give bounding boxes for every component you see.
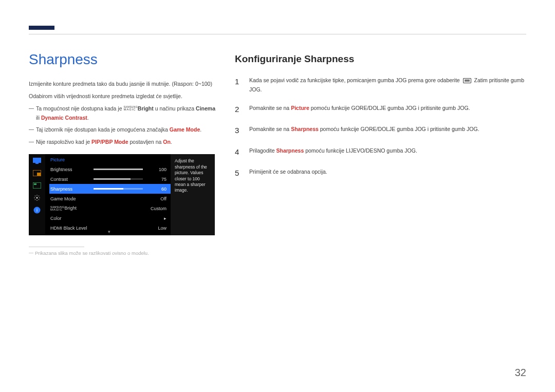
osd-row-sharpness: Sharpness60 xyxy=(49,184,171,194)
step-num-2: 2 xyxy=(235,103,242,116)
intro-line-1: Izmijenite konture predmeta tako da budu… xyxy=(29,79,216,88)
subsection-title: Konfiguriranje Sharpness xyxy=(235,53,526,65)
osd-label: Contrast xyxy=(50,177,94,182)
step-3: 3 Pomaknite se na Sharpness pomoću funkc… xyxy=(235,124,526,137)
steps-list: 1 Kada se pojavi vodič za funkcijske tip… xyxy=(235,75,526,180)
svg-rect-0 xyxy=(33,158,41,163)
info-tab-icon: i xyxy=(33,207,41,214)
step-4: 4 Prilagodite Sharpness pomoću funkcije … xyxy=(235,145,526,159)
osd-value: 75 xyxy=(149,177,166,182)
settings-tab-icon xyxy=(33,194,41,201)
svg-rect-1 xyxy=(35,163,39,164)
note-3-text-a: Nije raspoloživo kad je xyxy=(36,139,91,145)
pip-tab-icon xyxy=(33,170,41,177)
note-3: Nije raspoloživo kad je PIP/PBP Mode pos… xyxy=(29,138,216,147)
step-num-5: 5 xyxy=(235,166,242,180)
step-4-a: Prilagodite xyxy=(249,147,276,154)
osd-row-magicbright: SAMSUNGMAGICBrightCustom xyxy=(49,203,171,213)
step-2-c: pomoću funkcije GORE/DOLJE gumba JOG i p… xyxy=(309,105,470,111)
note-3-on: On xyxy=(163,139,171,145)
note-2: Taj izbornik nije dostupan kada je omogu… xyxy=(29,125,216,135)
osd-main: Picture Brightness100Contrast75Sharpness… xyxy=(45,154,171,235)
step-3-c: pomoću funkcije GORE/DOLJE gumba JOG i p… xyxy=(319,126,479,132)
step-1: 1 Kada se pojavi vodič za funkcijske tip… xyxy=(235,75,526,95)
step-2: 2 Pomaknite se na Picture pomoću funkcij… xyxy=(235,103,526,116)
osd-slider xyxy=(94,169,143,170)
header-rule xyxy=(29,34,526,34)
osd-value: Off xyxy=(149,196,166,201)
step-5: 5 Primijenit će se odabrana opcija. xyxy=(235,166,526,180)
note-1-text-c: u načinu prikaza xyxy=(154,105,196,111)
osd-row-brightness: Brightness100 xyxy=(49,164,171,174)
onscreen-tab-icon xyxy=(33,182,41,189)
right-column: Konfiguriranje Sharpness 1 Kada se pojav… xyxy=(235,51,526,256)
osd-label: Brightness xyxy=(50,167,94,172)
osd-row-game-mode: Game ModeOff xyxy=(49,194,171,203)
note-2-text-a: Taj izbornik nije dostupan kada je omogu… xyxy=(36,126,170,133)
step-3-text: Pomaknite se na Sharpness pomoću funkcij… xyxy=(249,124,526,137)
page-number: 32 xyxy=(515,367,526,379)
step-1-text: Kada se pojavi vodič za funkcijske tipke… xyxy=(249,75,526,95)
svg-text:i: i xyxy=(36,208,38,213)
step-4-c: pomoću funkcije LIJEVO/DESNO gumba JOG. xyxy=(304,147,417,154)
note-3-text-c: postavljen na xyxy=(128,139,163,145)
osd-label: Game Mode xyxy=(50,196,94,201)
osd-sidebar: i xyxy=(29,154,45,235)
footnote-rule xyxy=(29,247,84,247)
osd-title: Picture xyxy=(49,157,171,162)
note-2-gamemode: Game Mode xyxy=(170,126,200,133)
osd-label: Sharpness xyxy=(50,186,94,192)
osd-value: ▸ xyxy=(149,216,166,221)
step-5-text: Primijenit će se odabrana opcija. xyxy=(249,166,526,180)
note-3-pip: PIP/PBP Mode xyxy=(91,139,128,145)
step-2-a: Pomaknite se na xyxy=(249,105,291,111)
osd-value: Low xyxy=(149,226,166,231)
note-1: Ta mogućnost nije dostupna kada je SAMSU… xyxy=(29,104,216,123)
step-2-picture: Picture xyxy=(291,105,309,111)
step-2-text: Pomaknite se na Picture pomoću funkcije … xyxy=(249,103,526,116)
step-num-1: 1 xyxy=(235,75,242,95)
note-list: Ta mogućnost nije dostupna kada je SAMSU… xyxy=(29,104,216,147)
note-2-text-c: . xyxy=(200,126,201,133)
header-accent-bar xyxy=(29,26,54,30)
osd-label: SAMSUNGMAGICBright xyxy=(50,206,94,211)
step-3-sharpness: Sharpness xyxy=(291,126,319,132)
note-1-text-e: ili xyxy=(36,115,41,121)
osd-value: 100 xyxy=(149,167,166,172)
page-content: Sharpness Izmijenite konture predmeta ta… xyxy=(29,51,526,256)
step-3-a: Pomaknite se na xyxy=(249,126,291,132)
svg-rect-4 xyxy=(33,182,41,189)
magic-bot: MAGIC xyxy=(123,108,137,111)
step-1-a: Kada se pojavi vodič za funkcijske tipke… xyxy=(249,77,461,83)
menu-icon xyxy=(463,78,471,83)
osd-row-contrast: Contrast75 xyxy=(49,174,171,184)
osd-value: 60 xyxy=(149,186,166,192)
intro-block: Izmijenite konture predmeta tako da budu… xyxy=(29,79,216,147)
step-num-3: 3 xyxy=(235,124,242,137)
osd-value: Custom xyxy=(149,206,166,211)
svg-point-6 xyxy=(36,197,38,199)
osd-screenshot: i Picture Brightness100Contrast75Sharpne… xyxy=(29,154,215,235)
magic-logo: SAMSUNGMAGIC xyxy=(123,106,137,111)
svg-rect-5 xyxy=(34,183,36,185)
osd-scroll-down-icon: ▾ xyxy=(108,229,110,234)
note-1-bright: Bright xyxy=(138,105,154,111)
osd-label: HDMI Black Level xyxy=(50,226,94,231)
note-3-text-e: . xyxy=(171,139,172,145)
osd-label: Color xyxy=(50,216,94,221)
left-column: Sharpness Izmijenite konture predmeta ta… xyxy=(29,51,216,256)
note-1-cinema: Cinema xyxy=(196,105,215,111)
step-num-4: 4 xyxy=(235,145,242,159)
svg-rect-3 xyxy=(37,173,41,176)
intro-line-2: Odabirom viših vrijednosti konture predm… xyxy=(29,91,216,101)
step-4-sharpness: Sharpness xyxy=(276,147,304,154)
note-1-dynamic: Dynamic Contrast xyxy=(41,115,87,121)
osd-slider xyxy=(94,188,143,190)
note-1-text-g: . xyxy=(87,115,89,121)
osd-slider xyxy=(94,178,143,180)
note-1-text-a: Ta mogućnost nije dostupna kada je xyxy=(36,105,123,111)
osd-row-color: Color▸ xyxy=(49,213,171,223)
section-title: Sharpness xyxy=(29,51,216,68)
picture-tab-icon xyxy=(33,157,41,164)
step-4-text: Prilagodite Sharpness pomoću funkcije LI… xyxy=(249,145,526,159)
